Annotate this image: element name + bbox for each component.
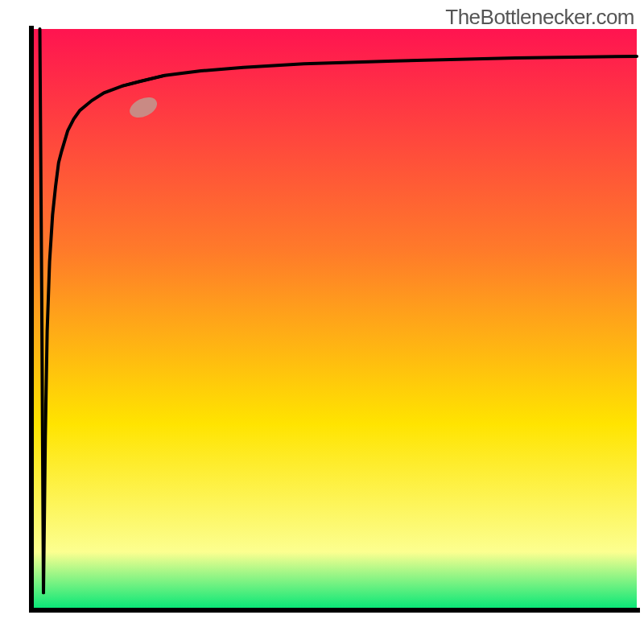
bottleneck-plot (0, 0, 644, 644)
chart-root: TheBottlenecker.com (0, 0, 644, 644)
plot-background (31, 29, 637, 610)
